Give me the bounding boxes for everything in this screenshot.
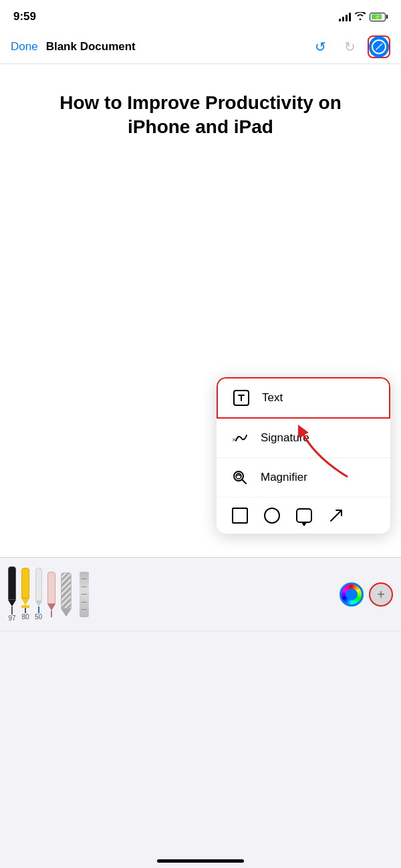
add-tool-button[interactable]: +: [369, 582, 393, 607]
pink-pen-body: [47, 572, 55, 604]
svg-text:×: ×: [232, 435, 236, 443]
pen-body-black: [8, 566, 16, 600]
blue-pen-line: [38, 607, 39, 613]
document-area[interactable]: How to Improve Productivity on iPhone an…: [0, 64, 401, 631]
highlighter-label-80: 80: [21, 613, 29, 621]
striped-pen-tip: [61, 609, 72, 617]
toolbar-right: ↺ ↻: [309, 35, 390, 58]
author-button[interactable]: [368, 35, 390, 58]
shape-chat-icon[interactable]: [294, 506, 314, 526]
shape-arrow-icon[interactable]: [326, 506, 346, 526]
highlighter-line: [25, 608, 26, 613]
magnifier-icon: [230, 467, 250, 487]
popup-shapes-row: [217, 498, 390, 534]
popup-magnifier-item[interactable]: Magnifier: [217, 458, 390, 498]
text-box-icon: [231, 388, 251, 408]
ruler-tool[interactable]: [80, 572, 89, 617]
redo-button[interactable]: ↻: [338, 35, 361, 58]
popup-signature-item[interactable]: × Signature: [217, 419, 390, 458]
document-toolbar: Done Blank Document ↺ ↻: [0, 29, 401, 64]
striped-pen-tool[interactable]: [61, 572, 72, 617]
plus-icon: +: [377, 588, 385, 601]
signal-bars-icon: [339, 12, 351, 21]
ruler-tick: [82, 594, 87, 594]
status-icons: ⚡: [339, 11, 388, 22]
done-button[interactable]: Done: [11, 40, 38, 53]
wifi-icon: [355, 11, 366, 22]
highlighter-body: [21, 568, 29, 599]
document-content: How to Improve Productivity on iPhone an…: [0, 64, 401, 167]
signature-icon: ×: [230, 428, 250, 448]
ruler-tick: [82, 609, 87, 610]
author-icon: [369, 36, 389, 58]
highlighter-tip: [21, 599, 29, 605]
author-icon-inner: [372, 39, 386, 54]
document-heading: How to Improve Productivity on iPhone an…: [27, 91, 374, 140]
toolbar-left: Done Blank Document: [11, 40, 136, 53]
undo-button[interactable]: ↺: [309, 35, 331, 58]
pen-label-97: 97: [8, 615, 15, 622]
blue-pen-label-50: 50: [35, 613, 42, 621]
pen-line-black: [11, 607, 13, 615]
status-time: 9:59: [13, 10, 36, 23]
home-indicator: [157, 859, 244, 863]
pink-pen-line: [51, 611, 52, 617]
pink-pen-tip: [47, 604, 55, 611]
color-wheel-center: [346, 588, 358, 601]
popup-menu: Text × Signature Magnifier: [217, 377, 390, 534]
popup-signature-label: Signature: [261, 431, 309, 445]
pen-tool-black[interactable]: 97: [8, 566, 16, 622]
color-wheel-button[interactable]: [340, 582, 364, 607]
blue-pen-tip: [35, 601, 42, 607]
ruler-tick: [82, 602, 87, 603]
redo-icon: ↻: [344, 39, 356, 55]
blue-pen-body: [35, 568, 42, 601]
drawing-toolbar: 97 80 50: [0, 557, 401, 631]
popup-text-label: Text: [262, 391, 283, 405]
pen-tip-black: [8, 600, 16, 607]
shape-circle-icon[interactable]: [262, 506, 282, 526]
battery-icon: ⚡: [370, 13, 388, 21]
ruler-tick: [82, 586, 87, 587]
undo-icon: ↺: [315, 39, 326, 55]
highlighter-tool[interactable]: 80: [21, 568, 29, 621]
ruler-tick: [82, 578, 87, 579]
popup-text-item[interactable]: Text: [217, 377, 390, 419]
pink-pen-tool[interactable]: [47, 572, 55, 617]
shape-square-icon[interactable]: [230, 506, 250, 526]
popup-magnifier-label: Magnifier: [261, 471, 307, 484]
blue-pen-tool[interactable]: 50: [35, 568, 42, 621]
document-title-toolbar: Blank Document: [46, 40, 136, 53]
striped-pen-body: [61, 572, 72, 609]
status-bar: 9:59 ⚡: [0, 0, 401, 29]
